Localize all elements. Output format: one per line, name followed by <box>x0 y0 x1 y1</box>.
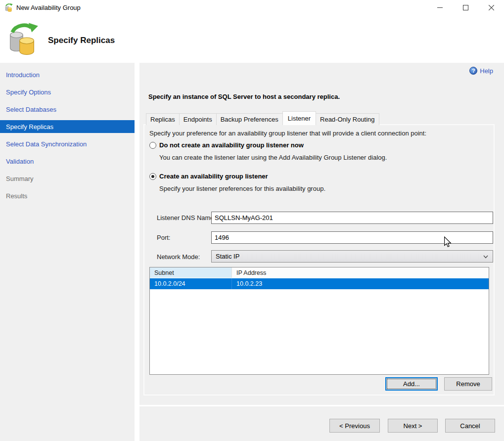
tab-read-only-routing[interactable]: Read-Only Routing <box>316 113 379 125</box>
remove-button[interactable]: Remove <box>444 377 492 391</box>
port-label: Port: <box>157 234 170 241</box>
add-button[interactable]: Add... <box>385 377 438 391</box>
radio-create-listener-description: Specify your listener preferences for th… <box>159 185 325 192</box>
network-mode-value: Static IP <box>216 253 239 260</box>
minimize-button[interactable] <box>427 0 453 15</box>
help-icon <box>469 67 477 75</box>
column-header-subnet[interactable]: Subnet <box>150 267 232 278</box>
listener-dns-name-label: Listener DNS Name: <box>157 214 216 221</box>
table-row[interactable]: 10.0.2.0/24 10.0.2.23 <box>150 278 489 289</box>
close-icon <box>489 5 494 10</box>
minimize-icon <box>437 5 443 10</box>
sidebar-item-introduction[interactable]: Introduction <box>0 66 135 84</box>
listener-dns-name-input[interactable] <box>211 212 493 224</box>
listener-ip-table: Subnet IP Address 10.0.2.0/24 10.0.2.23 <box>149 267 489 375</box>
wizard-footer: < Previous Next > Cancel <box>139 405 504 441</box>
sidebar-item-select-data-synchronization[interactable]: Select Data Synchronization <box>0 135 135 153</box>
wizard-header: Specify Replicas <box>0 15 504 63</box>
tab-listener[interactable]: Listener <box>282 111 316 125</box>
help-link[interactable]: Help <box>469 67 493 75</box>
radio-create-listener[interactable] <box>149 173 156 180</box>
ip-address-cell: 10.0.2.23 <box>232 278 489 289</box>
previous-button[interactable]: < Previous <box>329 419 380 433</box>
mouse-cursor <box>443 236 453 247</box>
page-title: Specify Replicas <box>48 36 115 45</box>
network-mode-label: Network Mode: <box>157 253 200 261</box>
maximize-button[interactable] <box>453 0 478 15</box>
wizard-steps-sidebar: Introduction Specify Options Select Data… <box>0 63 135 441</box>
sidebar-item-validation[interactable]: Validation <box>0 153 135 170</box>
availability-group-icon-large <box>5 21 39 55</box>
radio-do-not-create-listener-label[interactable]: Do not create an availability group list… <box>159 141 304 149</box>
replica-tabs: Replicas Endpoints Backup Preferences Li… <box>146 111 379 125</box>
tab-replicas[interactable]: Replicas <box>146 113 180 125</box>
wizard-content: Help Specify an instance of SQL Server t… <box>139 63 504 405</box>
table-header-row: Subnet IP Address <box>150 267 489 278</box>
subnet-cell: 10.0.2.0/24 <box>150 278 232 289</box>
tab-endpoints[interactable]: Endpoints <box>179 113 217 125</box>
sidebar-item-summary: Summary <box>0 170 135 187</box>
listener-intro-text: Specify your preference for an availabil… <box>149 130 426 137</box>
sidebar-item-select-databases[interactable]: Select Databases <box>0 101 135 118</box>
title-bar: New Availability Group <box>0 0 504 15</box>
radio-do-not-create-listener-description: You can create the listener later using … <box>159 154 387 161</box>
column-header-ip-address[interactable]: IP Address <box>232 267 489 278</box>
maximize-icon <box>463 5 468 10</box>
network-mode-dropdown[interactable]: Static IP <box>211 250 493 263</box>
listener-tab-panel: Specify your preference for an availabil… <box>143 124 495 396</box>
radio-do-not-create-listener[interactable] <box>149 142 156 149</box>
sidebar-item-specify-options[interactable]: Specify Options <box>0 84 135 101</box>
next-button[interactable]: Next > <box>388 419 438 433</box>
cancel-button[interactable]: Cancel <box>445 419 495 433</box>
tab-backup-preferences[interactable]: Backup Preferences <box>216 113 283 125</box>
availability-group-icon <box>4 3 13 12</box>
window-title: New Availability Group <box>16 4 81 11</box>
instruction-text: Specify an instance of SQL Server to hos… <box>148 93 340 100</box>
sidebar-item-results: Results <box>0 187 135 205</box>
help-label: Help <box>480 67 493 75</box>
chevron-down-icon <box>483 255 488 259</box>
close-button[interactable] <box>478 0 504 15</box>
radio-create-listener-label[interactable]: Create an availability group listener <box>159 173 268 180</box>
new-availability-group-dialog: New Availability Group Specify Replicas … <box>0 0 504 441</box>
sidebar-item-specify-replicas[interactable]: Specify Replicas <box>0 120 135 133</box>
